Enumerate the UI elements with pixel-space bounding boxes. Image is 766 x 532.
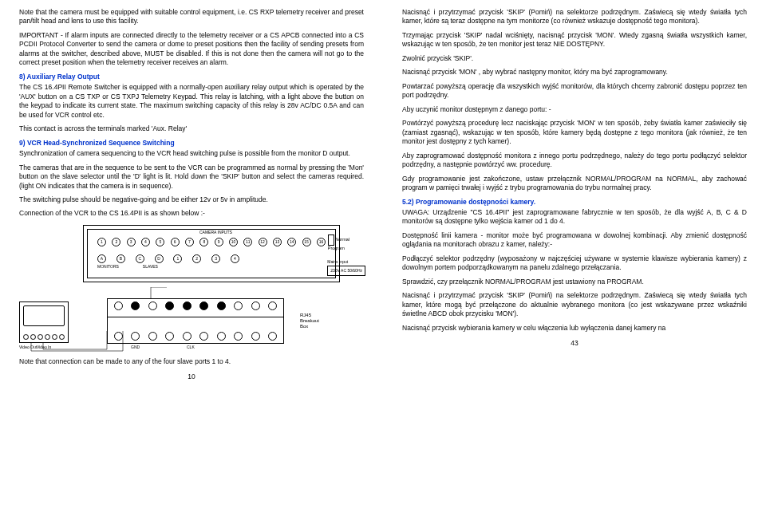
section-8-para-a: The CS 16.4PII Remote Switcher is equipp… bbox=[19, 83, 364, 120]
r-para-11: Podłączyć selektor podrzędny (wyposażony… bbox=[402, 254, 747, 273]
left-page-number: 10 bbox=[19, 372, 364, 381]
section-9-heading: 9) VCR Head-Synchronized Sequence Switch… bbox=[19, 139, 364, 148]
section-9-para-d: Connection of the VCR to the CS 16.4PII … bbox=[19, 209, 364, 218]
section-8-heading: 8) Auxiliary Relay Output bbox=[19, 73, 364, 81]
mains-voltage-label: 230V AC 50/60Hz bbox=[327, 266, 365, 276]
rj45-breakout-label: RJ45 Breakout Box bbox=[300, 313, 319, 329]
connection-diagram: CAMERA INPUTS 1234 5678 9101112 13141516… bbox=[19, 225, 364, 351]
device-rear-panel: CAMERA INPUTS 1234 5678 9101112 13141516… bbox=[83, 225, 340, 282]
section-5-2-heading: 5.2) Programowanie dostępności kamery. bbox=[402, 198, 747, 207]
section-9-para-c: The switching pulse should be negative-g… bbox=[19, 195, 364, 204]
section-9-para-a: Synchronization of camera sequencing to … bbox=[19, 149, 364, 158]
program-label: Program bbox=[328, 246, 345, 250]
r-para-13: Nacisnąć i przytrzymać przycisk 'SKIP' (… bbox=[402, 291, 747, 318]
r-para-12: Sprawdzić, czy przełącznik NORMAL/PROGRA… bbox=[402, 278, 747, 286]
r-para-10: Dostępność linii kamera - monitor może b… bbox=[402, 231, 747, 250]
camera-input-sockets: 1234 5678 9101112 13141516 bbox=[97, 238, 326, 246]
r-para-1: Nacisnąć i przytrzymać przycisk 'SKIP' (… bbox=[402, 8, 747, 26]
right-column: Nacisnąć i przytrzymać przycisk 'SKIP' (… bbox=[383, 0, 766, 532]
section-9-para-b: The cameras that are in the sequence to … bbox=[19, 164, 364, 191]
left-column: Note that the camera must be equipped wi… bbox=[0, 0, 383, 532]
r-para-6: Aby uczynić monitor dostępnym z danego p… bbox=[402, 105, 747, 114]
right-page-number: 43 bbox=[402, 339, 747, 348]
intro-para-2: IMPORTANT - If alarm inputs are connecte… bbox=[19, 31, 364, 68]
r-para-9: UWAGA: Urządzenie "CS 16.4PII" jest zapr… bbox=[402, 208, 747, 227]
camera-inputs-label: CAMERA INPUTS bbox=[199, 230, 232, 235]
r-para-5: Powtarzać powyższą operację dla wszystki… bbox=[402, 82, 747, 100]
mains-input-label: Mains Input bbox=[327, 259, 348, 264]
r-para-7: Aby zaprogramować dostępność monitora z … bbox=[402, 152, 747, 170]
section-8-para-b: This contact is across the terminals mar… bbox=[19, 124, 364, 133]
r-para-3: Zwolnić przycisk 'SKIP'. bbox=[402, 54, 747, 63]
r-para-14: Nacisnąć przycisk wybierania kamery w ce… bbox=[402, 324, 747, 333]
r-para-2: Trzymając przycisk 'SKIP' nadal wciśnięt… bbox=[402, 31, 747, 49]
intro-para-1: Note that the camera must be equipped wi… bbox=[19, 8, 364, 26]
r-para-4: Nacisnąć przycisk 'MON' , aby wybrać nas… bbox=[402, 68, 747, 77]
r-para-6a: Powtórzyć powyższą procedurę lecz nacisk… bbox=[402, 119, 747, 146]
section-9-para-e: Note that connection can be made to any … bbox=[19, 357, 364, 366]
slaves-label: SLAVES bbox=[143, 264, 158, 270]
r-para-8: Gdy programowanie jest zakończone, ustaw… bbox=[402, 175, 747, 193]
wiring-lines bbox=[19, 287, 290, 355]
normal-label: Normal bbox=[335, 237, 349, 242]
monitors-label: MONITORS bbox=[97, 264, 119, 270]
